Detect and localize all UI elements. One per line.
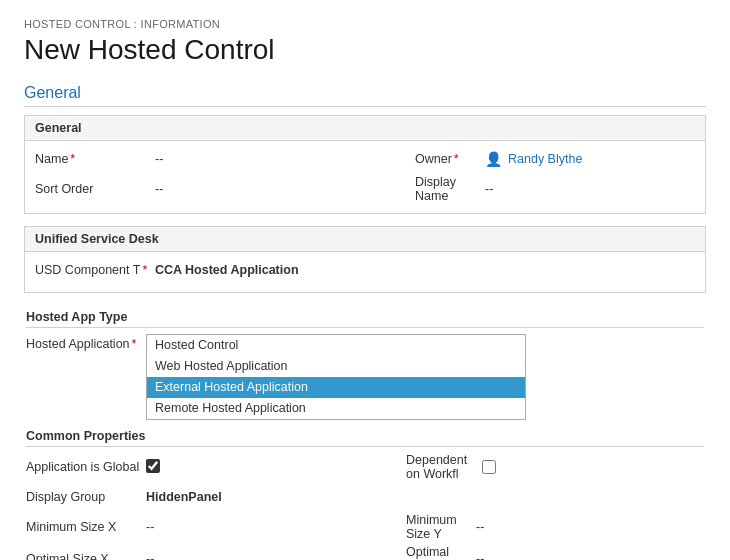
app-global-checkbox-wrap <box>146 459 346 476</box>
display-name-value: -- <box>485 182 493 196</box>
usd-group-body: USD Component T* CCA Hosted Application <box>25 252 705 292</box>
min-size-x-label: Minimum Size X <box>26 520 146 534</box>
optimal-size-x-label: Optimal Size X <box>26 552 146 560</box>
hosted-application-label: Hosted Application* <box>26 334 146 351</box>
optimal-size-row: Optimal Size X -- Optimal Size Y -- <box>26 545 704 560</box>
usd-group-header: Unified Service Desk <box>25 227 705 252</box>
common-props-header: Common Properties <box>26 424 704 447</box>
general-group-header: General <box>25 116 705 141</box>
hosted-app-dropdown[interactable]: Hosted ControlWeb Hosted ApplicationExte… <box>146 334 526 420</box>
dependent-workfl-label: Dependent on Workfl <box>346 453 476 481</box>
optimal-size-x-value: -- <box>146 552 346 560</box>
display-group-label: Display Group <box>26 490 146 504</box>
hosted-app-area: Hosted App Type Hosted Application* Host… <box>24 305 706 420</box>
min-size-x-value: -- <box>146 520 346 534</box>
name-required: * <box>70 152 75 166</box>
owner-required: * <box>454 152 459 166</box>
min-size-row: Minimum Size X -- Minimum Size Y -- <box>26 513 704 541</box>
owner-value: 👤 Randy Blythe <box>485 151 582 167</box>
optimal-size-y-label: Optimal Size Y <box>346 545 476 560</box>
page-container: HOSTED CONTROL : INFORMATION New Hosted … <box>0 0 730 560</box>
app-global-label: Application is Global <box>26 460 146 474</box>
section-heading: General <box>24 84 706 107</box>
general-group-body: Name* -- Owner* 👤 Randy Blythe Sort Orde… <box>25 141 705 213</box>
general-row-sort-display: Sort Order -- Display Name -- <box>35 175 695 203</box>
usd-component-row: USD Component T* CCA Hosted Application <box>35 258 695 282</box>
name-label: Name* <box>35 152 155 166</box>
usd-group: Unified Service Desk USD Component T* CC… <box>24 226 706 293</box>
min-size-y-value: -- <box>476 520 484 534</box>
sort-order-value: -- <box>155 182 355 196</box>
app-global-checkbox[interactable] <box>146 459 160 473</box>
name-value: -- <box>155 152 355 166</box>
display-group-row: Display Group HiddenPanel <box>26 485 704 509</box>
person-icon: 👤 <box>485 151 502 167</box>
hosted-app-row: Hosted Application* Hosted ControlWeb Ho… <box>26 334 704 420</box>
page-title: New Hosted Control <box>24 34 706 66</box>
hosted-app-required: * <box>132 337 137 351</box>
dropdown-item-0[interactable]: Hosted Control <box>147 335 525 356</box>
owner-label: Owner* <box>355 152 485 166</box>
dependent-workfl-checkbox[interactable] <box>482 460 496 474</box>
general-group: General Name* -- Owner* 👤 Randy Blythe S… <box>24 115 706 214</box>
usd-component-label: USD Component T* <box>35 263 155 277</box>
general-row-name-owner: Name* -- Owner* 👤 Randy Blythe <box>35 147 695 171</box>
min-size-y-label: Minimum Size Y <box>346 513 476 541</box>
app-global-row: Application is Global Dependent on Workf… <box>26 453 704 481</box>
display-name-label: Display Name <box>355 175 485 203</box>
dropdown-item-1[interactable]: Web Hosted Application <box>147 356 525 377</box>
owner-link[interactable]: Randy Blythe <box>508 152 582 166</box>
optimal-size-y-value: -- <box>476 552 484 560</box>
common-props-area: Common Properties Application is Global … <box>24 424 706 560</box>
breadcrumb: HOSTED CONTROL : INFORMATION <box>24 18 706 30</box>
usd-component-required: * <box>142 263 147 277</box>
display-group-value: HiddenPanel <box>146 490 222 504</box>
sort-order-label: Sort Order <box>35 182 155 196</box>
usd-component-value: CCA Hosted Application <box>155 263 299 277</box>
dropdown-item-3[interactable]: Remote Hosted Application <box>147 398 525 419</box>
dependent-workfl-checkbox-wrap <box>476 460 496 474</box>
dropdown-item-2[interactable]: External Hosted Application <box>147 377 525 398</box>
hosted-app-type-header: Hosted App Type <box>26 305 704 328</box>
